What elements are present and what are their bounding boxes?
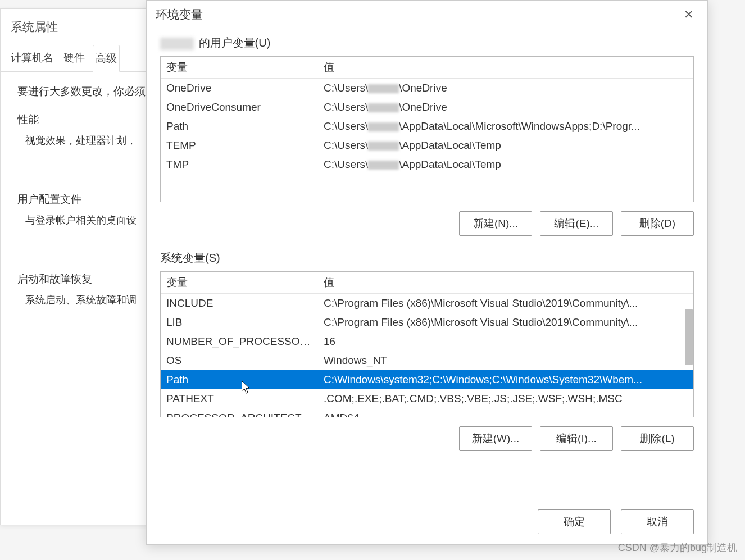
var-name: OS: [161, 351, 318, 370]
var-value: C:\Users\\AppData\Local\Temp: [318, 155, 693, 174]
var-value: C:\Users\\AppData\Local\Microsoft\Window…: [318, 117, 693, 136]
table-row[interactable]: TEMPC:\Users\\AppData\Local\Temp: [161, 136, 693, 155]
table-row[interactable]: PathC:\Windows\system32;C:\Windows;C:\Wi…: [161, 370, 693, 389]
var-name: TMP: [161, 155, 318, 174]
var-value: C:\Users\\AppData\Local\Temp: [318, 136, 693, 155]
system-properties-window: 系统属性 计算机名 硬件 高级 要进行大多数更改，你必须 性能 视觉效果，处理器…: [0, 8, 157, 525]
column-variable[interactable]: 变量: [161, 57, 318, 78]
scrollbar-thumb[interactable]: [685, 309, 693, 365]
environment-variables-dialog: 环境变量 ✕ 的用户变量(U) 变量 值 OneDriveC:\Users\\O…: [146, 0, 708, 545]
watermark: CSDN @暴力的bug制造机: [618, 541, 737, 554]
table-row[interactable]: LIBC:\Program Files (x86)\Microsoft Visu…: [161, 313, 693, 332]
var-value: C:\Program Files (x86)\Microsoft Visual …: [318, 313, 693, 332]
user-vars-label: 的用户变量(U): [160, 35, 694, 51]
var-value: C:\Users\\OneDrive: [318, 98, 693, 117]
profile-desc: 与登录帐户相关的桌面设: [17, 207, 147, 227]
tab-computer-name[interactable]: 计算机名: [8, 45, 56, 71]
table-row[interactable]: PATHEXT.COM;.EXE;.BAT;.CMD;.VBS;.VBE;.JS…: [161, 389, 693, 408]
var-value: C:\Windows\system32;C:\Windows;C:\Window…: [318, 370, 693, 389]
tab-advanced[interactable]: 高级: [93, 45, 120, 72]
advanced-note: 要进行大多数更改，你必须: [17, 84, 147, 99]
startup-desc: 系统启动、系统故障和调: [17, 286, 147, 307]
sys-delete-button[interactable]: 删除(L): [621, 426, 694, 451]
user-vars-header: 变量 值: [161, 57, 693, 79]
table-row[interactable]: OneDriveC:\Users\\OneDrive: [161, 79, 693, 98]
table-row[interactable]: PROCESSOR_ARCHITECTUREAMD64: [161, 408, 693, 417]
var-value: C:\Users\\OneDrive: [318, 79, 693, 98]
dialog-title: 环境变量: [156, 7, 203, 22]
table-row[interactable]: OneDriveConsumerC:\Users\\OneDrive: [161, 98, 693, 117]
system-vars-list[interactable]: 变量 值 INCLUDEC:\Program Files (x86)\Micro…: [160, 271, 694, 417]
startup-label: 启动和故障恢复: [17, 272, 147, 286]
column-variable[interactable]: 变量: [161, 272, 318, 293]
perf-label: 性能: [17, 112, 147, 127]
var-name: PROCESSOR_ARCHITECTURE: [161, 408, 318, 417]
redacted-username: [160, 38, 194, 50]
var-value: AMD64: [318, 408, 693, 417]
var-value: 16: [318, 332, 693, 351]
system-vars-header: 变量 值: [161, 272, 693, 294]
close-icon[interactable]: ✕: [679, 7, 698, 22]
user-new-button[interactable]: 新建(N)...: [459, 211, 532, 236]
var-value: Windows_NT: [318, 351, 693, 370]
sys-edit-button[interactable]: 编辑(I)...: [540, 426, 613, 451]
system-vars-label: 系统变量(S): [160, 251, 694, 266]
var-value: .COM;.EXE;.BAT;.CMD;.VBS;.VBE;.JS;.JSE;.…: [318, 389, 693, 408]
sys-new-button[interactable]: 新建(W)...: [459, 426, 532, 451]
var-name: TEMP: [161, 136, 318, 155]
table-row[interactable]: TMPC:\Users\\AppData\Local\Temp: [161, 155, 693, 174]
profile-label: 用户配置文件: [17, 192, 147, 207]
var-name: OneDriveConsumer: [161, 98, 318, 117]
user-edit-button[interactable]: 编辑(E)...: [540, 211, 613, 236]
system-properties-title: 系统属性: [1, 19, 157, 45]
var-name: Path: [161, 370, 318, 389]
tab-hardware[interactable]: 硬件: [61, 45, 87, 71]
ok-button[interactable]: 确定: [538, 509, 611, 534]
cancel-button[interactable]: 取消: [621, 509, 694, 534]
var-name: INCLUDE: [161, 294, 318, 313]
table-row[interactable]: OSWindows_NT: [161, 351, 693, 370]
var-value: C:\Program Files (x86)\Microsoft Visual …: [318, 294, 693, 313]
column-value[interactable]: 值: [318, 57, 693, 78]
var-name: NUMBER_OF_PROCESSORS: [161, 332, 318, 351]
var-name: OneDrive: [161, 79, 318, 98]
user-delete-button[interactable]: 删除(D): [621, 211, 694, 236]
tabs-bar: 计算机名 硬件 高级: [1, 45, 157, 72]
var-name: Path: [161, 117, 318, 136]
table-row[interactable]: NUMBER_OF_PROCESSORS16: [161, 332, 693, 351]
var-name: LIB: [161, 313, 318, 332]
table-row[interactable]: INCLUDEC:\Program Files (x86)\Microsoft …: [161, 294, 693, 313]
perf-desc: 视觉效果，处理器计划，: [17, 127, 147, 147]
var-name: PATHEXT: [161, 389, 318, 408]
user-vars-list[interactable]: 变量 值 OneDriveC:\Users\\OneDriveOneDriveC…: [160, 56, 694, 202]
table-row[interactable]: PathC:\Users\\AppData\Local\Microsoft\Wi…: [161, 117, 693, 136]
column-value[interactable]: 值: [318, 272, 693, 293]
